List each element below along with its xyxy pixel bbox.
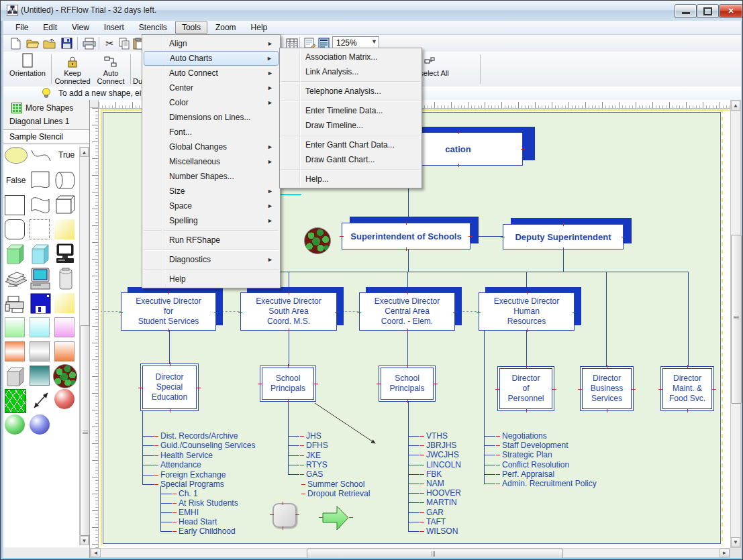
close-button[interactable]: ✕ — [719, 4, 743, 18]
tools-menu-item-size[interactable]: Size► — [144, 184, 279, 199]
palette-scroll-up-icon[interactable]: ▲ — [80, 148, 89, 157]
tools-menu-item-font[interactable]: Font... — [144, 125, 279, 139]
org-list-item[interactable]: Dist. Records/Archive — [160, 431, 238, 441]
stencil-shape-square[interactable] — [5, 195, 25, 215]
org-box-superintendent[interactable]: Superintendent of Schools — [342, 223, 470, 249]
tools-menu-item-space[interactable]: Space► — [144, 199, 279, 213]
stencil-shape-red-sphere[interactable] — [54, 389, 75, 409]
stencil-shape-books[interactable] — [4, 268, 28, 290]
palette-scrollbar[interactable]: ▲ ▼ — [79, 147, 89, 545]
open-file-icon[interactable] — [26, 36, 40, 50]
keep-connected-button[interactable]: Keep Connected — [53, 53, 92, 85]
auto-charts-item-association-matrix[interactable]: Association Matrix... — [281, 50, 420, 64]
stencil-shape-canister[interactable] — [57, 267, 75, 291]
green-arrow-shape[interactable] — [321, 504, 350, 534]
stencil-shape-green-gradient[interactable] — [5, 317, 25, 337]
org-list-item[interactable]: LINCOLN — [426, 460, 461, 469]
org-box-exec-south-area[interactable]: Executive DirectorSouth AreaCoord. M.S. — [240, 292, 337, 331]
org-list-item[interactable]: RTYS — [306, 460, 328, 469]
menu-edit[interactable]: Edit — [36, 21, 64, 34]
stencil-shape-gray-cube[interactable] — [5, 365, 26, 388]
org-box-dir-maint-food[interactable]: DirectorMaint. &Food Svc. — [660, 366, 714, 411]
stencil-shape-wave[interactable] — [30, 194, 51, 215]
minimize-button[interactable] — [675, 4, 697, 18]
stencil-shape-magenta-gradient[interactable] — [54, 317, 75, 337]
print-icon[interactable] — [82, 36, 96, 50]
stencil-shape-cyan-gradient[interactable] — [30, 317, 50, 337]
stencil-shape-false-label[interactable]: False — [6, 176, 26, 185]
tools-menu-item-auto-connect[interactable]: Auto Connect► — [144, 66, 279, 80]
menu-help[interactable]: Help — [244, 21, 275, 34]
tools-menu-item-run-rfshape[interactable]: Run RFShape — [144, 233, 279, 247]
rounded-square-shape[interactable] — [273, 503, 297, 528]
stencil-shape-true-label[interactable]: True — [58, 150, 75, 160]
palette-scrollbar-thumb[interactable] — [80, 325, 90, 536]
tools-menu-item-align[interactable]: Align► — [144, 36, 279, 51]
stencil-shape-cyan-prism[interactable] — [30, 243, 51, 266]
stencil-shape-curve[interactable] — [30, 145, 52, 166]
tools-menu-item-miscellaneous[interactable]: Miscellaneous► — [144, 154, 279, 169]
org-list-item[interactable]: JBRJHS — [426, 441, 456, 450]
menu-stencils[interactable]: Stencils — [132, 21, 174, 34]
org-list-item[interactable]: Admin. Recruitment Policy — [502, 479, 597, 488]
annotation-arrow[interactable] — [313, 402, 385, 451]
tools-menu-item-auto-charts[interactable]: Auto Charts► — [144, 51, 279, 66]
stencil-shape-cylinder[interactable] — [54, 170, 76, 191]
org-list-item[interactable]: Head Start — [179, 517, 217, 526]
vertical-scrollbar-thumb[interactable] — [731, 235, 742, 404]
org-list-item[interactable]: GAS — [306, 469, 323, 479]
auto-connect-button[interactable]: Auto Connect — [93, 53, 128, 85]
vertical-scrollbar[interactable]: ▲ ▼ — [730, 100, 741, 548]
active-stencil-header[interactable]: Sample Stencil — [3, 129, 89, 144]
tools-menu-item-color[interactable]: Color► — [144, 95, 279, 110]
org-list-item[interactable]: JWCJHS — [426, 450, 459, 459]
stencil-shape-green-sphere[interactable] — [5, 414, 25, 435]
org-box-exec-human-resources[interactable]: Executive DirectorHumanResources — [479, 292, 575, 331]
copy-icon[interactable] — [117, 36, 132, 50]
stencil-shape-monitor[interactable] — [54, 243, 77, 266]
org-list-item[interactable]: FBK — [426, 469, 442, 479]
auto-charts-item-draw-timeline[interactable]: Draw Timeline... — [281, 118, 420, 133]
menu-tools[interactable]: Tools — [175, 21, 207, 34]
menu-insert[interactable]: Insert — [97, 21, 131, 34]
auto-charts-item-enter-gantt-chart-data[interactable]: Enter Gantt Chart Data... — [281, 137, 420, 152]
auto-charts-item-telephone-analysis[interactable]: Telephone Analysis... — [281, 84, 420, 99]
org-list-item[interactable]: Ch. 1 — [179, 489, 198, 498]
menu-zoom[interactable]: Zoom — [209, 21, 243, 34]
tools-menu-item-help[interactable]: Help — [144, 272, 279, 286]
org-box-dir-special-education[interactable]: DirectorSpecialEducation — [140, 363, 199, 411]
org-list-item[interactable]: GAR — [426, 508, 444, 517]
org-box-dir-personnel[interactable]: DirectorofPersonnel — [497, 366, 554, 411]
stencil-shape-green-pattern[interactable] — [5, 389, 26, 413]
stencil-shape-floppy-disk[interactable] — [30, 292, 52, 315]
stencil-shape-double-arrow[interactable] — [30, 389, 52, 412]
org-list-item[interactable]: Strategic Plan — [502, 450, 552, 459]
org-list-item[interactable]: MARTIN — [426, 498, 457, 507]
stencil-shape-printer[interactable] — [4, 294, 28, 315]
org-list-item[interactable]: Staff Development — [502, 441, 568, 450]
palette-scroll-down-icon[interactable]: ▼ — [80, 536, 89, 545]
org-list-item[interactable]: Perf. Appraisal — [502, 469, 554, 479]
org-list-item[interactable]: Attendance — [160, 460, 201, 469]
stencil-shape-orange-gradient-2[interactable] — [54, 341, 75, 361]
restore-button[interactable] — [697, 4, 719, 18]
auto-charts-item-link-analysis[interactable]: Link Analysis... — [281, 64, 420, 79]
auto-charts-item-help[interactable]: Help... — [281, 172, 420, 186]
org-list-item[interactable]: Conflict Resolution — [502, 460, 569, 469]
org-list-item[interactable]: Negotiations — [502, 431, 547, 441]
org-list-item[interactable]: TAFT — [426, 517, 446, 526]
camouflage-clipart[interactable] — [304, 227, 331, 254]
stencil-shape-document[interactable] — [30, 170, 51, 191]
auto-charts-item-draw-gantt-chart[interactable]: Draw Gantt Chart... — [281, 152, 420, 167]
tools-menu-item-center[interactable]: Center► — [144, 80, 279, 95]
tools-menu-item-diagnostics[interactable]: Diagnostics► — [144, 252, 279, 267]
org-list-item[interactable]: VTHS — [426, 431, 448, 441]
menu-file[interactable]: File — [9, 21, 35, 34]
stencil-shape-camouflage-sphere[interactable] — [53, 364, 77, 388]
stencil-shape-yellow-gradient[interactable] — [54, 219, 75, 239]
tools-menu-item-number-shapes[interactable]: Number Shapes... — [144, 169, 279, 184]
org-box-school-principals-1[interactable]: SchoolPrincipals — [260, 366, 316, 402]
org-box-exec-student-services[interactable]: Executive DirectorforStudent Services — [121, 292, 216, 331]
scroll-left-icon[interactable]: ◄ — [91, 549, 101, 557]
org-list-item[interactable]: JKE — [306, 451, 321, 460]
